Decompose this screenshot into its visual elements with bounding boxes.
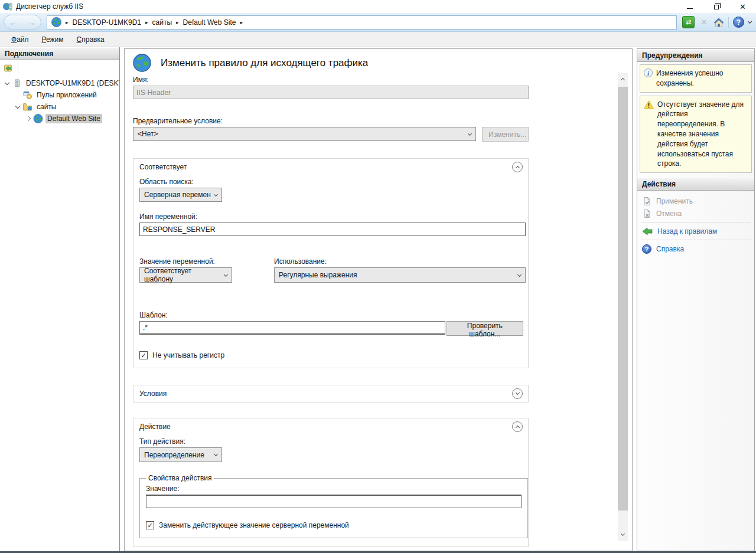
application-pools-icon — [22, 90, 32, 100]
expand-chevron-icon[interactable] — [5, 80, 9, 85]
action-value-input[interactable] — [146, 495, 522, 508]
warning-icon — [644, 100, 654, 109]
menu-help[interactable]: Справка — [70, 33, 111, 46]
conditions-section-header[interactable]: Условия — [133, 385, 528, 402]
tree-item-default-web-site[interactable]: Default Web Site — [0, 113, 119, 125]
dropdown-chevron-icon — [214, 192, 218, 197]
page-title: Изменить правило для исходящего трафика — [161, 57, 368, 69]
variable-name-input[interactable] — [139, 222, 526, 236]
close-button[interactable]: ✕ — [729, 0, 756, 13]
breadcrumb-sites[interactable]: сайты — [152, 18, 172, 27]
back-button[interactable]: ← — [9, 18, 18, 27]
action-apply: Применить — [637, 195, 754, 207]
back-arrow-icon — [642, 227, 653, 235]
edit-outbound-rule-form: Изменить правило для исходящего трафика … — [133, 54, 529, 547]
help-icon: ? — [642, 244, 651, 254]
replace-value-label: Заменить действующее значение серверной … — [159, 521, 349, 529]
restore-button[interactable] — [703, 0, 729, 13]
test-pattern-button[interactable]: Проверить шаблон... — [447, 321, 523, 336]
minimize-button[interactable] — [676, 0, 703, 13]
action-section-header[interactable]: Действие — [133, 418, 528, 435]
scroll-up-button[interactable] — [618, 73, 628, 86]
breadcrumb-arrow-icon: ▸ — [176, 19, 179, 25]
edit-precondition-button: Изменить... — [482, 127, 529, 142]
scroll-down-button[interactable] — [618, 528, 628, 541]
ignore-case-checkbox[interactable]: ✓ — [139, 351, 148, 359]
feature-page: Изменить правило для исходящего трафика … — [124, 48, 633, 551]
titlebar: Диспетчер служб IIS ✕ — [0, 0, 756, 13]
match-section-header[interactable]: Соответствует — [133, 159, 528, 175]
refresh-icon: ⇄ — [686, 18, 691, 26]
pattern-input[interactable] — [139, 321, 445, 335]
sites-folder-icon — [22, 102, 32, 112]
menu-bar: Файл Режим Справка — [0, 32, 756, 47]
usage-select[interactable]: Регулярные выражения — [274, 267, 526, 283]
action-back-to-rules[interactable]: Назад к правилам — [637, 225, 754, 237]
dropdown-chevron-icon — [468, 131, 472, 135]
home-button[interactable] — [713, 18, 724, 27]
collapse-section-button[interactable] — [512, 421, 523, 432]
toolbar-separator — [728, 17, 729, 28]
apply-icon — [642, 197, 651, 206]
collapse-section-button[interactable] — [512, 162, 523, 172]
action-properties-legend: Свойства действия — [146, 474, 214, 482]
tree-item-sites[interactable]: сайты — [0, 101, 119, 113]
action-help[interactable]: ? Справка — [637, 243, 754, 255]
window-title: Диспетчер служб IIS — [16, 2, 83, 11]
tree-item-app-pools[interactable]: Пулы приложений — [0, 89, 119, 101]
pattern-label: Шаблон: — [139, 311, 523, 319]
help-button[interactable]: ? — [733, 17, 744, 28]
scrollbar-thumb[interactable] — [618, 87, 628, 511]
right-panel: Предупреждения i Изменения успешно сохра… — [637, 48, 755, 551]
expand-section-button[interactable] — [512, 388, 523, 399]
alert-warning-text: Отсутствует значение для действия переоп… — [657, 100, 748, 169]
conditions-section: Условия — [133, 385, 529, 403]
breadcrumb-server[interactable]: DESKTOP-U1MK9D1 — [73, 18, 141, 27]
address-bar[interactable]: ▸ DESKTOP-U1MK9D1 ▸ сайты ▸ Default Web … — [47, 15, 677, 30]
alert-info-text: Изменения успешно сохранены. — [656, 68, 748, 89]
dropdown-chevron-icon — [517, 272, 522, 276]
globe-icon — [51, 17, 61, 27]
dropdown-chevron-icon — [224, 272, 228, 276]
minimize-icon — [687, 8, 693, 9]
breadcrumb-site[interactable]: Default Web Site — [183, 18, 236, 27]
variable-value-label: Значение переменной: — [139, 257, 232, 266]
connections-toolbar — [0, 60, 119, 76]
content-scrollbar[interactable] — [618, 73, 628, 541]
menu-file[interactable]: Файл — [5, 33, 35, 46]
breadcrumb-arrow-icon: ▸ — [66, 19, 69, 25]
connections-panel: Подключения DESKTOP-U1MK9D1 (DESKTOP Пул… — [0, 47, 120, 551]
refresh-button[interactable]: ⇄ — [682, 16, 695, 28]
checkmark-icon: ✓ — [147, 522, 152, 529]
variable-name-label: Имя переменной: — [139, 212, 523, 221]
forward-button[interactable]: → — [28, 18, 36, 27]
breadcrumb-arrow-icon: ▸ — [145, 19, 148, 25]
iis-manager-window: Диспетчер служб IIS ✕ ← → ▸ DESKTOP-U1MK… — [0, 0, 756, 553]
variable-value-select[interactable]: Соответствует шаблону — [139, 267, 232, 283]
navigation-toolbar: ← → ▸ DESKTOP-U1MK9D1 ▸ сайты ▸ Default … — [0, 13, 756, 32]
new-connection-icon[interactable] — [3, 63, 14, 73]
actions-header: Действия — [637, 178, 754, 191]
collapse-chevron-icon[interactable] — [26, 116, 31, 121]
action-section-body: Тип действия: Переопределение Свойства д… — [133, 435, 528, 547]
help-dropdown-caret-icon[interactable] — [748, 19, 752, 24]
actions-separator — [641, 222, 751, 222]
connections-tree: DESKTOP-U1MK9D1 (DESKTOP Пулы приложений… — [0, 76, 119, 125]
chevron-up-icon — [515, 166, 519, 170]
menu-view[interactable]: Режим — [35, 33, 70, 46]
cancel-icon — [642, 209, 651, 218]
chevron-up-icon — [621, 78, 625, 82]
chevron-down-icon — [621, 532, 625, 536]
name-label: Имя: — [133, 76, 529, 84]
expand-chevron-icon[interactable] — [15, 104, 20, 109]
precondition-select[interactable]: <Нет> — [133, 127, 476, 141]
match-section: Соответствует Область поиска: Серверная … — [133, 158, 529, 368]
alert-warning: Отсутствует значение для действия переоп… — [640, 96, 752, 174]
tree-item-server[interactable]: DESKTOP-U1MK9D1 (DESKTOP — [0, 77, 119, 89]
action-type-select[interactable]: Переопределение — [139, 447, 222, 462]
info-icon: i — [644, 68, 653, 77]
replace-value-checkbox[interactable]: ✓ — [146, 521, 154, 529]
checkmark-icon: ✓ — [141, 352, 146, 359]
scope-select[interactable]: Серверная переменн — [139, 188, 222, 202]
alert-info: i Изменения успешно сохранены. — [640, 64, 752, 93]
